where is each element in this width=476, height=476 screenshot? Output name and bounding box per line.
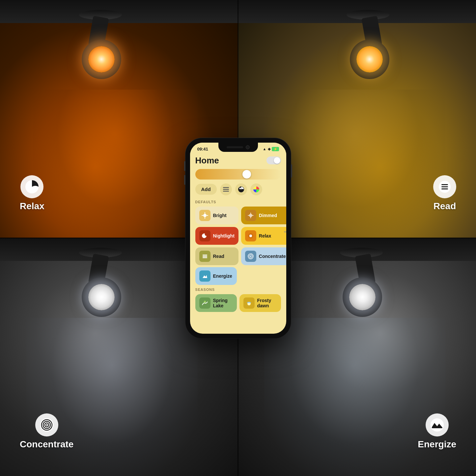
scene-card-dimmed[interactable]: Dimmed (241, 207, 286, 224)
phone-notch (218, 143, 258, 152)
read-label: Read (433, 175, 456, 211)
svg-point-36 (250, 256, 251, 257)
ceiling-relax (0, 0, 238, 23)
side-button-vol-down (184, 175, 185, 185)
home-header: Home (195, 155, 281, 166)
glow-read (264, 90, 445, 238)
relax-icon-svg (25, 180, 39, 194)
svg-rect-13 (223, 187, 229, 188)
svg-rect-33 (203, 257, 207, 258)
scene-icon-frosty (243, 297, 255, 309)
scene-icon-relax (245, 230, 256, 241)
glow-concentrate (26, 318, 198, 476)
phone-outer: 09:41 ▲ ◈ ⚡ Home (185, 138, 291, 338)
dimmed-icon-svg (247, 212, 254, 219)
scene-icon-btn[interactable] (235, 183, 247, 195)
energize-icon-svg (430, 418, 444, 432)
spring-icon-svg (202, 300, 208, 306)
svg-rect-15 (223, 191, 229, 192)
phone-screen: 09:41 ▲ ◈ ⚡ Home (190, 143, 286, 334)
scene-card-relax[interactable]: Relax ✏ (241, 227, 286, 245)
scene-icon (238, 186, 244, 193)
phone-camera (246, 145, 250, 149)
read-icon-svg (438, 180, 451, 193)
lamp-head-read (350, 40, 389, 79)
lamp-head-relax (82, 40, 121, 79)
concentrate-icon-svg (40, 418, 54, 432)
status-icons: ▲ ◈ ⚡ (263, 147, 279, 151)
svg-point-24 (249, 214, 252, 217)
scene-card-nightlight[interactable]: Nightlight (195, 227, 238, 245)
empty-cell (239, 267, 281, 285)
svg-point-10 (46, 424, 47, 426)
scene-icon-energize (199, 270, 210, 282)
concentrate-label: Concentrate (20, 413, 73, 450)
concentrate-text: Concentrate (20, 439, 73, 450)
home-toggle[interactable] (266, 156, 281, 164)
brightness-slider[interactable] (195, 169, 281, 180)
scene-card-spring-lake[interactable]: Spring Lake (195, 294, 237, 312)
nightlight-icon-svg (202, 233, 208, 239)
phone-speaker (227, 146, 243, 148)
status-time: 09:41 (197, 147, 208, 152)
energize-icon (426, 413, 449, 436)
scene-name-frosty-dawn: Frosty dawn (257, 298, 277, 308)
svg-point-19 (203, 214, 207, 217)
relax-edit-icon: ✏ (284, 230, 286, 234)
scene-name-relax: Relax (259, 233, 271, 238)
side-button-vol-up (184, 161, 185, 171)
read-icon (433, 175, 456, 198)
scene-icon-nightlight (199, 230, 210, 241)
list-icon-btn[interactable] (220, 183, 232, 195)
relax-text: Relax (20, 201, 44, 211)
concentrate-icon (35, 413, 58, 436)
slider-thumb (242, 170, 251, 179)
svg-rect-32 (203, 256, 207, 257)
lamp-bulb-read (356, 46, 383, 72)
scene-name-dimmed: Dimmed (259, 213, 277, 218)
color-icon-btn[interactable] (250, 183, 262, 195)
scene-name-energize: Energize (213, 273, 232, 279)
energize-row: Energize (195, 267, 281, 285)
scene-card-concentrate[interactable]: Concentrate (241, 247, 286, 265)
phone-content: Home Add (190, 153, 286, 319)
lamp-head-energize (343, 277, 382, 317)
scene-card-bright[interactable]: Bright (195, 207, 238, 224)
read-text: Read (434, 201, 456, 211)
seasons-grid: Spring Lake Frosty dawn (195, 294, 281, 312)
svg-point-30 (249, 235, 252, 237)
scene-card-energize[interactable]: Energize (195, 267, 237, 285)
svg-rect-14 (223, 189, 229, 190)
svg-rect-3 (441, 184, 448, 185)
seasons-section-title: SEASONS (195, 288, 281, 292)
svg-point-17 (239, 187, 241, 189)
side-button-power (291, 164, 292, 178)
scene-grid: Bright (195, 207, 281, 265)
scene-name-read: Read (213, 254, 224, 259)
lamp-bulb-energize (349, 284, 376, 310)
add-button[interactable]: Add (195, 184, 217, 195)
glow-energize (264, 318, 445, 476)
energize-scene-icon-svg (202, 273, 208, 279)
svg-point-37 (204, 301, 206, 303)
lamp-bulb-concentrate (88, 284, 115, 310)
scene-card-frosty-dawn[interactable]: Frosty dawn (239, 294, 281, 312)
scene-icon-read (199, 251, 210, 262)
glow-relax (33, 90, 198, 238)
home-title: Home (195, 155, 219, 166)
scene-name-bright: Bright (213, 213, 227, 218)
energize-text: Energize (418, 439, 456, 450)
lamp-head-concentrate (82, 277, 121, 317)
scene-name-spring-lake: Spring Lake (213, 298, 233, 308)
action-bar: Add (195, 183, 281, 195)
scene-card-read[interactable]: Read (195, 247, 238, 265)
scene-name-concentrate: Concentrate (259, 254, 286, 259)
scene-name-nightlight: Nightlight (213, 233, 235, 238)
svg-point-11 (431, 418, 444, 432)
list-icon (223, 187, 229, 192)
battery-icon: ⚡ (272, 147, 279, 151)
signal-icon: ▲ (263, 147, 266, 151)
scene-icon-concentrate (245, 251, 256, 262)
bright-icon-svg (202, 212, 208, 219)
svg-point-1 (28, 183, 32, 186)
